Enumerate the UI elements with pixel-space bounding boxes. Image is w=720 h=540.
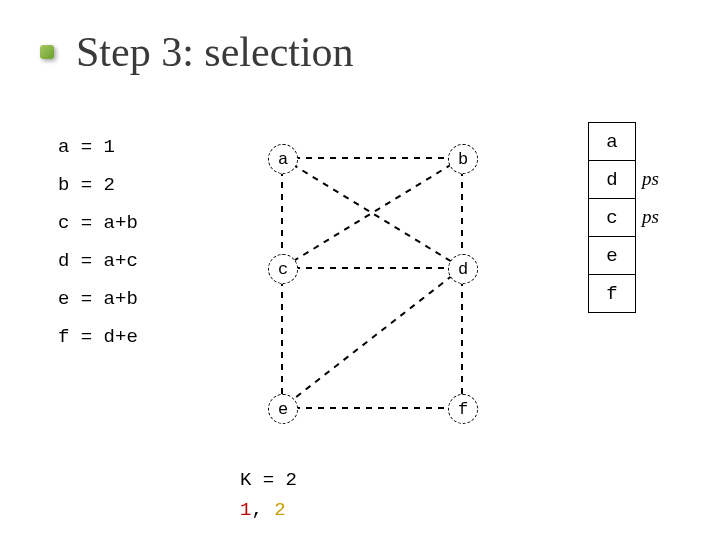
node-a: a [268, 144, 298, 174]
colors-line: 1, 2 [240, 495, 297, 525]
k-label: K = 2 [240, 465, 297, 495]
eq-e: e = a+b [58, 280, 138, 318]
node-d: d [448, 254, 478, 284]
node-c: c [268, 254, 298, 284]
stack-c: c [589, 198, 635, 236]
stack-a: a [589, 123, 635, 160]
stack-box: a d c e f [588, 122, 636, 313]
svg-line-2 [282, 158, 462, 268]
eq-d: d = a+c [58, 242, 138, 280]
eq-a: a = 1 [58, 128, 138, 166]
comma: , [251, 499, 274, 521]
stack-d: d [589, 160, 635, 198]
eq-f: f = d+e [58, 318, 138, 356]
svg-line-7 [282, 268, 462, 408]
svg-line-3 [282, 158, 462, 268]
interference-graph: a b c d e f [230, 120, 500, 440]
slide: Step 3: selection a = 1 b = 2 c = a+b d … [0, 0, 720, 540]
stack-e: e [589, 236, 635, 274]
node-f: f [448, 394, 478, 424]
eq-b: b = 2 [58, 166, 138, 204]
node-e: e [268, 394, 298, 424]
footer: K = 2 1, 2 [240, 465, 297, 525]
stack-f: f [589, 274, 635, 312]
node-b: b [448, 144, 478, 174]
ps-c: ps [642, 206, 659, 228]
page-title: Step 3: selection [76, 28, 354, 76]
color-2: 2 [274, 499, 285, 521]
bullet-icon [40, 45, 54, 59]
equations: a = 1 b = 2 c = a+b d = a+c e = a+b f = … [58, 128, 138, 356]
ps-d: ps [642, 168, 659, 190]
color-1: 1 [240, 499, 251, 521]
title-wrap: Step 3: selection [40, 28, 354, 76]
eq-c: c = a+b [58, 204, 138, 242]
